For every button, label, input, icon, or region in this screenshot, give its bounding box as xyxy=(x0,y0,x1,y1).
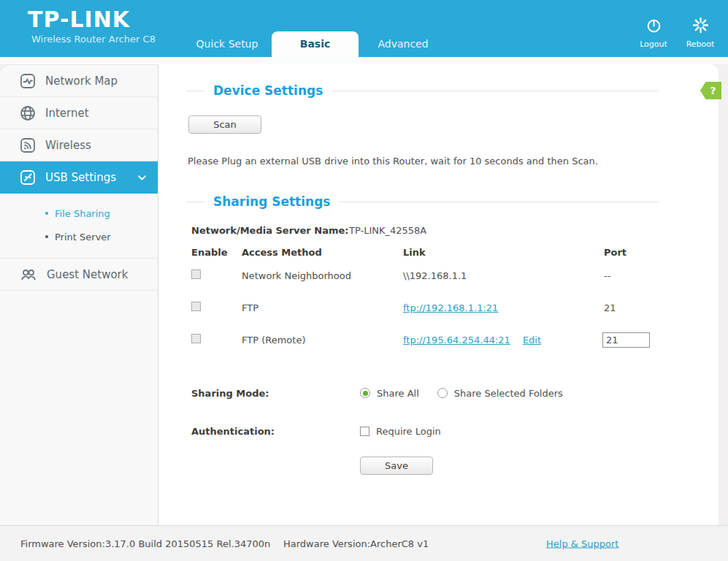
sidebar-item-wireless[interactable]: Wireless xyxy=(0,129,158,161)
help-support-link[interactable]: Help & Support xyxy=(546,538,618,549)
enable-checkbox-ftp[interactable] xyxy=(191,302,201,311)
usb-settings-submenu: File Sharing Print Server xyxy=(0,194,158,259)
require-login-checkbox[interactable]: Require Login xyxy=(360,426,441,437)
access-method-cell: FTP (Remote) xyxy=(242,335,403,346)
sharing-mode-label: Sharing Mode: xyxy=(191,388,360,399)
sidebar-subitem-file-sharing[interactable]: File Sharing xyxy=(0,202,158,225)
router-admin-page: TP-LINK Wireless Router Archer C8 Quick … xyxy=(0,0,728,561)
globe-icon xyxy=(20,105,36,121)
tp-link-logo: TP-LINK xyxy=(28,8,156,31)
ftp-remote-link[interactable]: ftp://195.64.254.44:21 xyxy=(403,335,510,346)
server-name-label: Network/Media Server Name: xyxy=(191,225,349,236)
sharing-mode-row: Sharing Mode: Share All Share Selected F… xyxy=(191,382,719,404)
dotted-rule xyxy=(188,202,204,202)
share-selected-folders-radio[interactable]: Share Selected Folders xyxy=(437,388,563,399)
wifi-icon xyxy=(20,137,36,153)
device-settings-section-header: Device Settings xyxy=(188,83,719,98)
sidebar-item-network-map[interactable]: Network Map xyxy=(0,65,158,97)
radio-icon xyxy=(360,388,370,398)
sidebar-item-label: Internet xyxy=(45,107,89,120)
usb-icon xyxy=(20,169,36,186)
bullet-icon xyxy=(45,235,48,238)
reboot-button[interactable]: Reboot xyxy=(683,16,718,49)
checkbox-icon xyxy=(360,427,369,436)
port-cell: -- xyxy=(604,270,719,281)
sharing-table: Enable Access Method Link Port Network N… xyxy=(191,245,719,356)
content-area: Network Map Internet xyxy=(0,64,728,525)
bullet-icon xyxy=(45,212,48,215)
reboot-label: Reboot xyxy=(686,39,715,49)
ftp-local-link[interactable]: ftp://192.168.1.1:21 xyxy=(403,302,498,313)
subitem-label: Print Server xyxy=(55,232,111,243)
table-row: Network Neighborhood \\192.168.1.1 -- xyxy=(191,259,719,291)
edit-link[interactable]: Edit xyxy=(523,335,541,346)
sidebar-nav: Network Map Internet xyxy=(0,64,158,525)
table-header-row: Enable Access Method Link Port xyxy=(191,245,719,259)
sidebar-item-label: Network Map xyxy=(45,75,118,88)
col-header-port: Port xyxy=(604,247,719,258)
enable-checkbox-ftp-remote[interactable] xyxy=(191,334,201,343)
page-footer: Firmware Version:3.17.0 Build 20150515 R… xyxy=(0,525,728,561)
app-header: TP-LINK Wireless Router Archer C8 Quick … xyxy=(0,0,728,57)
col-header-access-method: Access Method xyxy=(242,247,403,258)
enable-checkbox-network-neighborhood[interactable] xyxy=(191,270,201,279)
dotted-rule xyxy=(340,202,659,202)
dotted-rule xyxy=(188,91,204,91)
port-cell: 21 xyxy=(604,302,719,313)
tab-quick-setup[interactable]: Quick Setup xyxy=(183,31,272,57)
sharing-settings-section-header: Sharing Settings xyxy=(188,194,719,209)
save-row: Save xyxy=(191,457,719,475)
usb-scan-note: Please Plug an external USB drive into t… xyxy=(188,156,719,167)
access-method-cell: Network Neighborhood xyxy=(242,270,403,281)
scan-button[interactable]: Scan xyxy=(188,115,261,134)
col-header-link: Link xyxy=(403,247,604,258)
tab-basic[interactable]: Basic xyxy=(272,31,359,57)
scrollbar-track[interactable] xyxy=(719,64,728,525)
main-panel: Device Settings Scan Please Plug an exte… xyxy=(158,64,719,525)
power-icon xyxy=(645,16,663,39)
link-cell: \\192.168.1.1 xyxy=(403,270,604,281)
subitem-label: File Sharing xyxy=(55,208,110,219)
network-map-icon xyxy=(20,73,36,89)
brand-block: TP-LINK Wireless Router Archer C8 xyxy=(28,8,156,45)
share-all-radio[interactable]: Share All xyxy=(360,388,419,399)
tab-advanced[interactable]: Advanced xyxy=(359,31,448,57)
access-method-cell: FTP xyxy=(242,302,403,313)
authentication-label: Authentication: xyxy=(191,426,360,437)
header-divider-band xyxy=(0,57,728,64)
dotted-rule xyxy=(332,91,659,91)
sidebar-item-guest-network[interactable]: Guest Network xyxy=(0,259,158,291)
firmware-version: Firmware Version:3.17.0 Build 20150515 R… xyxy=(20,538,270,549)
logout-label: Logout xyxy=(640,39,667,49)
sidebar-item-usb-settings[interactable]: USB Settings xyxy=(0,161,158,194)
server-name-value: TP-LINK_42558A xyxy=(349,225,426,236)
sidebar-item-internet[interactable]: Internet xyxy=(0,97,158,129)
sidebar-subitem-print-server[interactable]: Print Server xyxy=(0,225,158,248)
guest-network-icon xyxy=(20,267,37,283)
radio-icon xyxy=(437,388,448,398)
require-login-label: Require Login xyxy=(376,426,441,437)
save-button[interactable]: Save xyxy=(360,457,433,475)
share-all-label: Share All xyxy=(377,388,419,399)
table-row: FTP ftp://192.168.1.1:21 21 xyxy=(191,291,719,324)
section-title: Device Settings xyxy=(213,83,323,98)
main-tabs: Quick Setup Basic Advanced xyxy=(183,31,448,57)
sidebar-item-label: Wireless xyxy=(45,139,91,152)
server-name-row: Network/Media Server Name: TP-LINK_42558… xyxy=(191,225,719,236)
table-row: FTP (Remote) ftp://195.64.254.44:21 Edit xyxy=(191,324,719,356)
share-selected-label: Share Selected Folders xyxy=(454,388,563,399)
hardware-version: Hardware Version:ArcherC8 v1 xyxy=(283,538,429,549)
reboot-spinner-icon xyxy=(691,16,710,39)
logout-button[interactable]: Logout xyxy=(636,16,671,49)
header-actions: Logout Reboot xyxy=(636,16,718,49)
router-model-subtitle: Wireless Router Archer C8 xyxy=(31,34,156,45)
col-header-enable: Enable xyxy=(191,247,242,258)
section-title: Sharing Settings xyxy=(213,194,330,209)
authentication-row: Authentication: Require Login xyxy=(191,420,719,442)
sidebar-item-label: USB Settings xyxy=(45,171,116,184)
chevron-down-icon xyxy=(138,175,146,180)
remote-port-input[interactable] xyxy=(602,332,650,348)
sidebar-item-label: Guest Network xyxy=(47,268,128,281)
